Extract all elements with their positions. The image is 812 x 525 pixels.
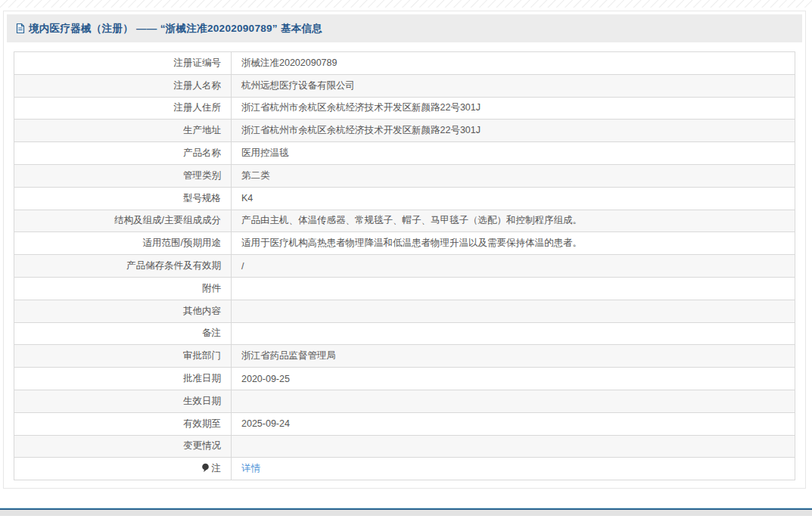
table-row: 生产地址浙江省杭州市余杭区余杭经济技术开发区新颜路22号301J	[14, 120, 795, 142]
details-link[interactable]: 详情	[241, 463, 260, 474]
table-row: 注详情	[14, 458, 795, 480]
row-label: 附件	[14, 277, 232, 300]
table-row: 审批部门浙江省药品监督管理局	[14, 345, 795, 368]
row-value	[232, 300, 795, 322]
top-stripe-decoration	[0, 0, 812, 8]
row-value: /	[232, 255, 795, 278]
row-value: 浙械注准20202090789	[232, 52, 795, 75]
table-row: 其他内容	[14, 300, 795, 322]
document-icon	[15, 23, 26, 34]
table-row: 结构及组成/主要组成成分产品由主机、体温传感器、常规毯子、帽子、马甲毯子（选配）…	[14, 210, 795, 232]
row-label: 生产地址	[14, 120, 232, 142]
table-row: 产品储存条件及有效期/	[14, 255, 795, 278]
row-label: 管理类别	[14, 164, 232, 187]
table-row: 备注	[14, 322, 795, 345]
row-value: 详情	[232, 458, 795, 480]
row-label: 结构及组成/主要组成成分	[14, 210, 232, 232]
row-value: 浙江省杭州市余杭区余杭经济技术开发区新颜路22号301J	[232, 120, 795, 142]
row-label: 注册证编号	[14, 52, 232, 75]
row-label: 审批部门	[14, 345, 232, 368]
row-label: 备注	[14, 322, 232, 345]
row-value	[232, 322, 795, 345]
row-value	[232, 277, 795, 300]
row-value: 医用控温毯	[232, 142, 795, 165]
row-value	[232, 390, 795, 412]
row-label: 批准日期	[14, 368, 232, 390]
row-value: K4	[232, 187, 795, 210]
row-value: 产品由主机、体温传感器、常规毯子、帽子、马甲毯子（选配）和控制程序组成。	[232, 210, 795, 232]
row-label: 注册人名称	[14, 74, 232, 97]
row-label: 产品名称	[14, 142, 232, 165]
registration-info-panel: 境内医疗器械（注册） —— “浙械注准20202090789” 基本信息 注册证…	[3, 11, 806, 489]
row-label: 注	[14, 458, 232, 480]
row-label: 其他内容	[14, 300, 232, 322]
table-row: 批准日期2020-09-25	[14, 368, 795, 390]
row-value: 2025-09-24	[232, 412, 795, 435]
table-row: 型号规格K4	[14, 187, 795, 210]
row-label: 型号规格	[14, 187, 232, 210]
row-value: 2020-09-25	[232, 368, 795, 390]
panel-header: 境内医疗器械（注册） —— “浙械注准20202090789” 基本信息	[7, 14, 802, 42]
table-row: 生效日期	[14, 390, 795, 412]
row-value	[232, 435, 795, 458]
row-value: 第二类	[232, 164, 795, 187]
row-label: 生效日期	[14, 390, 232, 412]
table-row: 注册人名称杭州远想医疗设备有限公司	[14, 74, 795, 97]
table-row: 注册证编号浙械注准20202090789	[14, 52, 795, 75]
table-row: 有效期至2025-09-24	[14, 412, 795, 435]
row-label: 产品储存条件及有效期	[14, 255, 232, 278]
info-table-body: 注册证编号浙械注准20202090789注册人名称杭州远想医疗设备有限公司注册人…	[14, 52, 795, 480]
footer-strip	[0, 510, 812, 516]
table-row: 产品名称医用控温毯	[14, 142, 795, 165]
row-label: 适用范围/预期用途	[14, 232, 232, 255]
table-row: 管理类别第二类	[14, 164, 795, 187]
row-value: 杭州远想医疗设备有限公司	[232, 74, 795, 97]
row-value: 浙江省药品监督管理局	[232, 345, 795, 368]
row-label: 变更情况	[14, 435, 232, 458]
row-label: 注册人住所	[14, 97, 232, 120]
row-value: 适用于医疗机构高热患者物理降温和低温患者物理升温以及需要保持体温的患者。	[232, 232, 795, 255]
table-row: 适用范围/预期用途适用于医疗机构高热患者物理降温和低温患者物理升温以及需要保持体…	[14, 232, 795, 255]
registration-info-table: 注册证编号浙械注准20202090789注册人名称杭州远想医疗设备有限公司注册人…	[14, 51, 795, 480]
page-title: 境内医疗器械（注册） —— “浙械注准20202090789” 基本信息	[29, 22, 322, 36]
table-row: 注册人住所浙江省杭州市余杭区余杭经济技术开发区新颜路22号301J	[14, 97, 795, 120]
table-row: 附件	[14, 277, 795, 300]
note-icon	[201, 463, 210, 473]
row-value: 浙江省杭州市余杭区余杭经济技术开发区新颜路22号301J	[232, 97, 795, 120]
table-row: 变更情况	[14, 435, 795, 458]
row-label: 有效期至	[14, 412, 232, 435]
